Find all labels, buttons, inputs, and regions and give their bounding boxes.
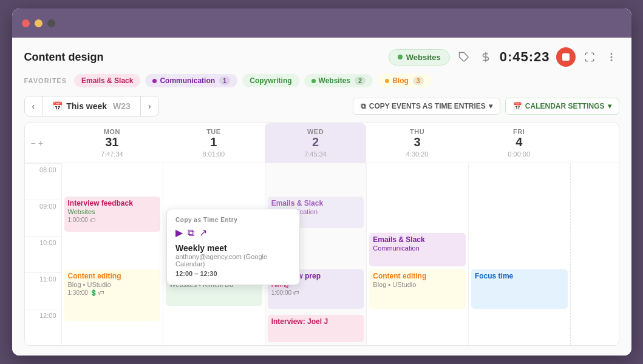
event-focus-time[interactable]: Focus time — [471, 269, 568, 309]
calendar-settings-label: CALENDAR SETTINGS — [525, 102, 605, 110]
week-label: 📅 This week W23 — [42, 96, 141, 116]
time-1200: 12:00 — [25, 309, 61, 345]
svg-point-4 — [611, 60, 612, 61]
fav-emails-slack-label: Emails & Slack — [81, 76, 133, 85]
favorites-row: FAVORITES Emails & Slack Communication 1… — [24, 74, 619, 87]
calendar-body: 08:00 09:00 10:00 11:00 12:00 Interview … — [25, 163, 619, 345]
day-col-fri: Focus time — [468, 163, 570, 345]
day-col-tue: Weekly meet Copywriting Websites • Kimch… — [163, 163, 265, 345]
close-dot[interactable] — [22, 19, 30, 27]
event-meta: 1:00:00 🏷 — [271, 289, 361, 296]
time-0900: 09:00 — [25, 200, 61, 236]
prev-week-button[interactable]: ‹ — [25, 96, 43, 116]
toolbar-right: ⧉ COPY EVENTS AS TIME ENTRIES ▾ 📅 CALEND… — [353, 98, 619, 115]
day-name-mon: MON — [67, 128, 157, 135]
popup-actions: ▶ ⧉ ↗ — [175, 227, 291, 238]
fav-websites[interactable]: Websites 2 — [304, 74, 373, 87]
event-sub: Websites — [68, 208, 157, 215]
time-1100: 11:00 — [25, 272, 61, 309]
blog-count: 3 — [413, 76, 424, 85]
day-num-mon: 31 — [67, 135, 157, 149]
week-text: This week — [66, 101, 107, 111]
event-popup: Copy as Time Entry ▶ ⧉ ↗ Weekly meet ant… — [166, 209, 300, 285]
minus-toggle[interactable]: − — [31, 138, 36, 148]
minimize-dot[interactable] — [35, 19, 43, 27]
day-time-thu: 4:30:20 — [372, 150, 462, 158]
settings-chevron-icon: ▾ — [608, 102, 611, 110]
event-content-editing-thu[interactable]: Content editing Blog • UStudio — [369, 269, 466, 309]
day-header-thu: THU 3 4:30:20 — [366, 123, 468, 163]
event-title: Focus time — [475, 272, 564, 280]
popup-title: Weekly meet — [175, 243, 291, 253]
popup-label: Copy as Time Entry — [175, 217, 291, 223]
dollar-button[interactable] — [478, 49, 494, 65]
gcal-icon: 📅 — [513, 102, 522, 110]
header-actions: Websites 0:45:23 — [389, 47, 619, 67]
time-toggle: − + — [25, 123, 61, 163]
popup-copy-icon[interactable]: ⧉ — [188, 228, 194, 238]
tag-button[interactable] — [456, 49, 472, 65]
websites-count: 2 — [355, 76, 366, 85]
event-interview-joel[interactable]: Interview: Joel J — [268, 315, 364, 342]
event-interview-feedback[interactable]: Interview feedback Websites 1:00:00 🏷 — [64, 197, 161, 232]
popup-play-icon[interactable]: ▶ — [175, 227, 183, 238]
nav-row: ‹ 📅 This week W23 › ⧉ COPY EVENTS AS TIM… — [24, 96, 619, 116]
spacer-col — [570, 123, 619, 163]
communication-count: 1 — [219, 76, 230, 85]
fullscreen-dot[interactable] — [47, 19, 55, 27]
expand-button[interactable] — [582, 49, 597, 65]
event-content-editing-mon[interactable]: Content editing Blog • UStudio 1:30:00 💲… — [64, 269, 161, 321]
fav-websites-label: Websites — [319, 76, 350, 85]
event-title: Interview: Joel J — [271, 317, 361, 326]
day-num-wed: 2 — [271, 135, 361, 149]
calendar-grid: − + MON 31 7:47:34 TUE 1 8:01:00 WED — [24, 123, 619, 346]
event-emails-slack-thu[interactable]: Emails & Slack Communication — [369, 233, 466, 266]
fav-copywriting[interactable]: Copywriting — [242, 74, 299, 87]
copy-chevron-icon: ▾ — [489, 102, 492, 110]
day-num-tue: 1 — [169, 135, 259, 149]
event-sub: Blog • UStudio — [68, 281, 157, 288]
plus-toggle[interactable]: + — [38, 138, 43, 148]
stop-button[interactable] — [556, 47, 576, 67]
communication-dot — [152, 79, 157, 83]
project-badge[interactable]: Websites — [389, 49, 450, 66]
event-title: Emails & Slack — [373, 235, 462, 244]
stop-icon — [562, 53, 570, 61]
popup-external-icon[interactable]: ↗ — [199, 227, 207, 238]
fav-copywriting-label: Copywriting — [250, 76, 291, 85]
calendar-icon: 📅 — [52, 101, 63, 111]
day-header-wed: WED 2 7:45:34 — [265, 123, 367, 163]
copy-events-button[interactable]: ⧉ COPY EVENTS AS TIME ENTRIES ▾ — [353, 98, 500, 115]
svg-point-2 — [611, 53, 612, 55]
day-time-wed: 7:45:34 — [271, 150, 361, 158]
next-week-button[interactable]: › — [141, 96, 158, 116]
event-meta: 1:00:00 🏷 — [68, 217, 157, 223]
day-header-tue: TUE 1 8:01:00 — [163, 123, 265, 163]
event-title: Emails & Slack — [271, 199, 361, 207]
fav-emails-slack[interactable]: Emails & Slack — [74, 74, 140, 87]
fav-blog[interactable]: Blog 3 — [378, 74, 431, 87]
week-num: W23 — [113, 101, 131, 111]
event-title: Content editing — [373, 272, 462, 280]
day-headers: − + MON 31 7:47:34 TUE 1 8:01:00 WED — [25, 123, 619, 163]
day-time-fri: 0:00:00 — [474, 150, 564, 158]
day-col-thu: Emails & Slack Communication Content edi… — [366, 163, 468, 345]
day-header-fri: FRI 4 0:00:00 — [468, 123, 570, 163]
copy-icon: ⧉ — [361, 102, 366, 110]
more-button[interactable] — [604, 49, 619, 65]
day-col-fri-inner: Focus time — [469, 163, 570, 345]
fav-blog-label: Blog — [392, 76, 409, 85]
svg-point-3 — [611, 56, 612, 58]
popup-time: 12:00 – 12:30 — [175, 270, 291, 277]
websites-dot — [311, 79, 316, 83]
day-name-wed: WED — [271, 128, 361, 135]
day-num-fri: 4 — [474, 135, 564, 149]
week-nav: ‹ 📅 This week W23 › — [24, 96, 159, 116]
fav-communication[interactable]: Communication 1 — [145, 74, 237, 87]
day-header-mon: MON 31 7:47:34 — [61, 123, 163, 163]
event-sub: Blog • UStudio — [373, 281, 462, 288]
event-meta: 1:30:00 💲 🏷 — [68, 289, 157, 296]
calendar-settings-button[interactable]: 📅 CALENDAR SETTINGS ▾ — [505, 98, 619, 115]
day-time-mon: 7:47:34 — [67, 150, 157, 158]
day-col-mon-inner: Interview feedback Websites 1:00:00 🏷 Co… — [62, 163, 163, 345]
